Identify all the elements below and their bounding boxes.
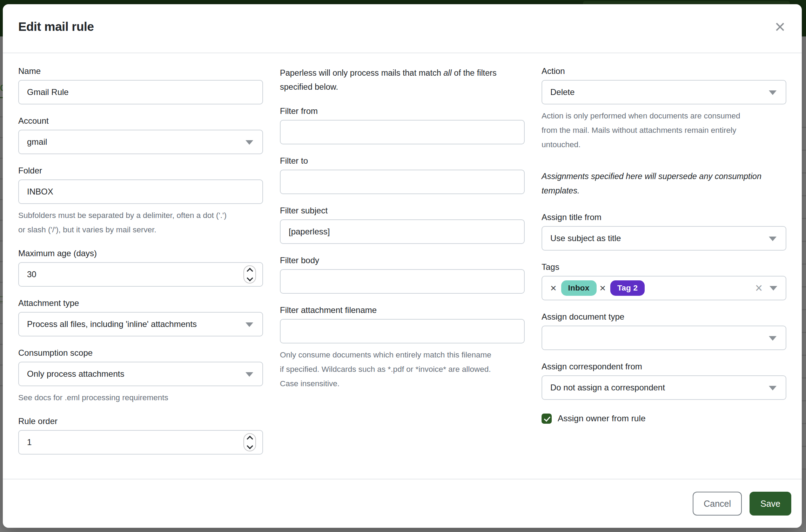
tag-pill[interactable]: Tag 2 xyxy=(610,280,645,296)
spinner-up-icon[interactable] xyxy=(247,268,253,274)
close-icon[interactable]: × xyxy=(769,15,791,38)
filter-body-label: Filter body xyxy=(280,255,525,266)
filter-body-input[interactable] xyxy=(289,277,502,286)
background-table-rows-right xyxy=(802,105,806,491)
name-label: Name xyxy=(18,66,263,76)
spinner-up-icon[interactable] xyxy=(247,436,253,442)
assign-document-type-label: Assign document type xyxy=(542,312,786,322)
filter-body-field-group: Filter body xyxy=(280,255,525,294)
filter-subject-label: Filter subject xyxy=(280,205,525,216)
assign-owner-checkbox[interactable] xyxy=(542,414,552,424)
name-field-group: Name xyxy=(18,66,263,104)
folder-field-group: Folder Subfolders must be separated by a… xyxy=(18,165,263,237)
filter-attachment-filename-input-wrap xyxy=(280,319,525,343)
assign-title-field-group: Assign title from Use subject as title xyxy=(542,212,786,251)
filter-from-field-group: Filter from xyxy=(280,106,525,144)
assign-document-type-select[interactable] xyxy=(542,326,786,350)
rule-order-stepper xyxy=(18,430,263,455)
number-spinner[interactable] xyxy=(243,433,256,451)
name-input[interactable] xyxy=(27,87,240,97)
column-filters: Paperless will only process mails that m… xyxy=(280,66,525,466)
filter-subject-field-group: Filter subject xyxy=(280,205,525,244)
action-field-group: Action Delete Action is only performed w… xyxy=(542,66,786,152)
filter-from-label: Filter from xyxy=(280,106,525,116)
tags-selected-items: ×Inbox×Tag 2 xyxy=(550,280,645,296)
filter-to-label: Filter to xyxy=(280,156,525,166)
save-button[interactable]: Save xyxy=(750,492,791,516)
dialog-body: Name Account gmail Folder Subfolders m xyxy=(3,53,802,466)
filter-body-input-wrap xyxy=(280,269,525,294)
filter-from-input[interactable] xyxy=(289,127,502,137)
spinner-down-icon[interactable] xyxy=(247,275,253,281)
assign-correspondent-value: Do not assign a correspondent xyxy=(550,383,665,393)
filter-to-input[interactable] xyxy=(289,177,502,187)
background-navbar-search-field xyxy=(583,1,790,4)
filter-subject-input[interactable] xyxy=(289,227,502,237)
assign-title-label: Assign title from xyxy=(542,212,786,223)
filter-attachment-filename-field-group: Filter attachment filename Only consume … xyxy=(280,305,525,391)
max-age-label: Maximum age (days) xyxy=(18,248,263,259)
attachment-type-label: Attachment type xyxy=(18,298,263,308)
filter-attachment-filename-input[interactable] xyxy=(289,326,502,336)
assign-correspondent-label: Assign correspondent from xyxy=(542,361,786,372)
chevron-down-icon xyxy=(246,140,253,145)
consumption-scope-help: See docs for .eml processing requirement… xyxy=(18,390,263,405)
consumption-scope-select[interactable]: Only process attachments xyxy=(18,362,263,386)
clear-tags-icon[interactable]: × xyxy=(755,282,763,294)
filter-attachment-filename-help: Only consume documents which entirely ma… xyxy=(280,348,525,391)
max-age-field-group: Maximum age (days) xyxy=(18,248,263,287)
account-label: Account xyxy=(18,116,263,126)
dialog-header: Edit mail rule × xyxy=(3,4,802,53)
assign-owner-row: Assign owner from rule xyxy=(542,413,786,424)
folder-input-wrap xyxy=(18,179,263,204)
tags-right-controls: × xyxy=(755,277,777,300)
assignments-note: Assignments specified here will supersed… xyxy=(542,169,786,198)
tags-field-group: Tags ×Inbox×Tag 2 × xyxy=(542,262,786,300)
chevron-down-icon xyxy=(769,237,777,241)
dialog-title: Edit mail rule xyxy=(18,20,94,34)
filters-intro: Paperless will only process mails that m… xyxy=(280,66,525,94)
assign-correspondent-select[interactable]: Do not assign a correspondent xyxy=(542,375,786,400)
column-action: Action Delete Action is only performed w… xyxy=(542,66,786,466)
rule-order-label: Rule order xyxy=(18,416,263,427)
tags-label: Tags xyxy=(542,262,786,272)
rule-order-field-group: Rule order xyxy=(18,416,263,455)
column-general: Name Account gmail Folder Subfolders m xyxy=(18,66,263,466)
number-spinner[interactable] xyxy=(243,265,256,284)
filter-to-input-wrap xyxy=(280,170,525,194)
filter-to-field-group: Filter to xyxy=(280,156,525,194)
filter-from-input-wrap xyxy=(280,120,525,144)
name-input-wrap xyxy=(18,80,263,104)
assign-owner-label: Assign owner from rule xyxy=(558,413,646,424)
max-age-input[interactable] xyxy=(27,270,240,279)
account-field-group: Account gmail xyxy=(18,116,263,154)
folder-input[interactable] xyxy=(27,187,240,197)
tags-select[interactable]: ×Inbox×Tag 2 × xyxy=(542,276,786,300)
cancel-button[interactable]: Cancel xyxy=(693,492,742,516)
attachment-type-select[interactable]: Process all files, including 'inline' at… xyxy=(18,312,263,336)
remove-tag-icon[interactable]: × xyxy=(600,283,606,293)
action-select[interactable]: Delete xyxy=(542,80,786,104)
chevron-down-icon xyxy=(246,372,253,377)
tag-pill[interactable]: Inbox xyxy=(561,280,597,296)
chevron-down-icon xyxy=(770,286,777,291)
spinner-down-icon[interactable] xyxy=(247,443,253,449)
action-help: Action is only performed when documents … xyxy=(542,109,786,152)
attachment-type-field-group: Attachment type Process all files, inclu… xyxy=(18,298,263,336)
chevron-down-icon xyxy=(769,90,777,95)
consumption-scope-field-group: Consumption scope Only process attachmen… xyxy=(18,348,263,405)
account-value: gmail xyxy=(27,137,47,147)
remove-tag-icon[interactable]: × xyxy=(550,283,557,293)
rule-order-input[interactable] xyxy=(27,437,240,447)
consumption-scope-value: Only process attachments xyxy=(27,369,124,379)
attachment-type-value: Process all files, including 'inline' at… xyxy=(27,319,197,329)
chevron-down-icon xyxy=(246,322,253,327)
edit-mail-rule-dialog: Edit mail rule × Name Account gmail Fold… xyxy=(3,4,802,528)
action-value: Delete xyxy=(550,87,575,97)
assign-title-select[interactable]: Use subject as title xyxy=(542,226,786,251)
chevron-down-icon xyxy=(769,336,777,341)
max-age-stepper xyxy=(18,262,263,287)
account-select[interactable]: gmail xyxy=(18,130,263,154)
assign-title-value: Use subject as title xyxy=(550,233,621,243)
background-link-underline xyxy=(0,97,3,98)
